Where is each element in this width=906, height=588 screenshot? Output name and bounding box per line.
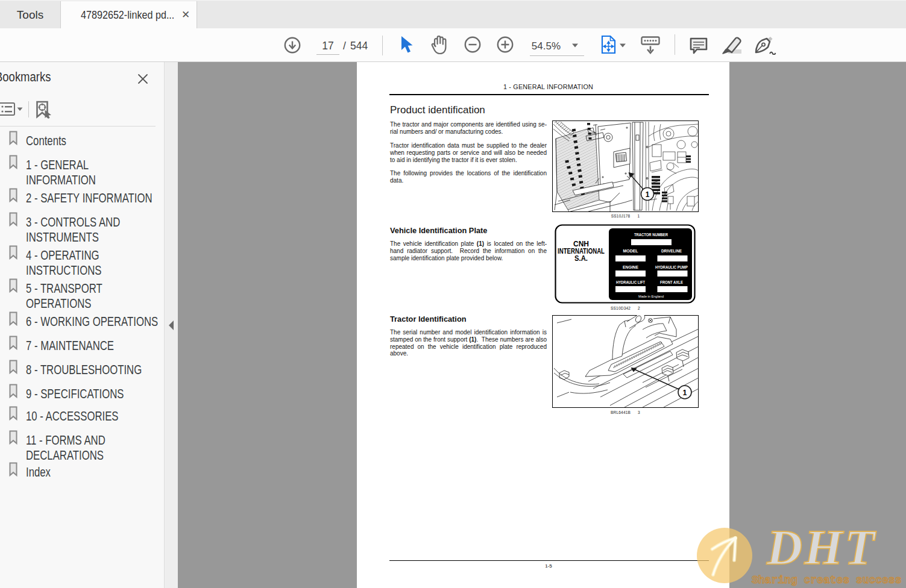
svg-text:TRACTOR NUMBER: TRACTOR NUMBER — [634, 233, 668, 237]
svg-text:1: 1 — [683, 389, 687, 397]
svg-text:Made in England: Made in England — [638, 295, 664, 298]
svg-text:FRONT AXLE: FRONT AXLE — [660, 280, 683, 284]
svg-text:HYDRAULIC PUMP: HYDRAULIC PUMP — [655, 265, 688, 269]
svg-text:HYDRAULIC LIFT: HYDRAULIC LIFT — [616, 280, 646, 284]
svg-text:DRIVELINE: DRIVELINE — [661, 249, 682, 253]
svg-text:ENGINE: ENGINE — [623, 265, 638, 269]
svg-text:1: 1 — [646, 190, 650, 199]
svg-text:S.A.: S.A. — [574, 254, 588, 263]
svg-text:MODEL: MODEL — [623, 249, 639, 253]
